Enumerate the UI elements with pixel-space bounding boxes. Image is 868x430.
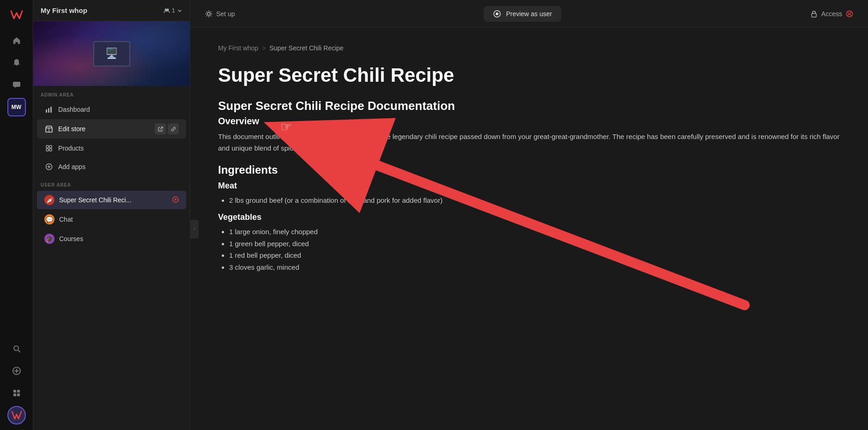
workspace-name[interactable]: My First whop xyxy=(41,6,87,14)
svg-rect-11 xyxy=(48,108,49,113)
sidebar-item-dashboard[interactable]: Dashboard xyxy=(37,101,186,118)
svg-rect-23 xyxy=(812,13,816,17)
external-link-icon[interactable] xyxy=(155,123,166,134)
svg-rect-3 xyxy=(13,390,16,393)
bell-icon[interactable] xyxy=(7,54,26,72)
svg-rect-17 xyxy=(49,149,52,151)
grid-icon[interactable] xyxy=(7,384,26,402)
svg-rect-15 xyxy=(49,145,52,148)
meat-list: 2 lbs ground beef (or a combination of b… xyxy=(218,194,840,206)
meat-item-0: 2 lbs ground beef (or a combination of b… xyxy=(229,194,840,206)
vegetables-list: 1 large onion, finely chopped 1 green be… xyxy=(218,226,840,273)
svg-rect-6 xyxy=(17,394,20,396)
chat-icon: 💬 xyxy=(44,214,55,224)
sidebar-item-courses[interactable]: 🎓 Courses xyxy=(37,230,186,248)
home-icon[interactable] xyxy=(7,31,26,50)
edit-store-actions xyxy=(155,123,179,134)
vegetable-item-3: 3 cloves garlic, minced xyxy=(229,261,840,273)
svg-rect-10 xyxy=(46,109,47,113)
access-button[interactable]: Access xyxy=(810,10,853,18)
overview-heading: Overview xyxy=(218,116,840,127)
add-apps-icon xyxy=(44,162,54,171)
svg-rect-0 xyxy=(13,82,20,87)
dashboard-label: Dashboard xyxy=(58,106,90,113)
meat-heading: Meat xyxy=(218,181,840,191)
vegetable-item-1: 1 green bell pepper, diced xyxy=(229,238,840,250)
workspace-avatar[interactable]: MW xyxy=(7,98,26,116)
add-workspace-icon[interactable] xyxy=(7,362,26,380)
chat-bubble-icon[interactable] xyxy=(7,76,26,94)
sidebar: My First whop 1 🖥️ ADMIN AREA xyxy=(33,0,190,430)
breadcrumb-parent[interactable]: My First whop xyxy=(218,44,258,52)
chili-recipe-label: Super Secret Chili Reci... xyxy=(59,196,131,204)
member-badge[interactable]: 1 xyxy=(164,7,182,14)
chat-label: Chat xyxy=(59,216,73,223)
setup-button[interactable]: Set up xyxy=(205,10,235,18)
admin-area-label: ADMIN AREA xyxy=(33,86,190,100)
banner-decoration: 🖥️ xyxy=(93,41,130,67)
edit-store-label: Edit store xyxy=(58,125,85,133)
vegetable-item-2: 1 red bell pepper, diced xyxy=(229,249,840,261)
breadcrumb-separator: > xyxy=(262,44,266,52)
doc-title: Super Secret Chili Recipe Documentation xyxy=(218,99,840,113)
ingredients-heading: Ingredients xyxy=(218,164,840,176)
setup-label: Set up xyxy=(216,10,235,18)
svg-point-20 xyxy=(207,12,210,15)
app-logo[interactable] xyxy=(7,6,26,24)
icon-rail: MW xyxy=(0,0,33,430)
breadcrumb-current: Super Secret Chili Recipe xyxy=(269,44,343,52)
courses-icon: 🎓 xyxy=(44,234,55,244)
store-icon xyxy=(44,124,54,133)
link-icon[interactable] xyxy=(168,123,179,134)
doc-content: Super Secret Chili Recipe Documentation … xyxy=(218,99,840,273)
vegetables-heading: Vegetables xyxy=(218,212,840,222)
courses-label: Courses xyxy=(59,235,83,242)
page-title: Super Secret Chili Recipe xyxy=(218,65,840,86)
sidebar-item-edit-store[interactable]: Edit store xyxy=(37,119,186,139)
svg-rect-14 xyxy=(46,145,49,148)
main-area: Set up Preview as user Access ‹ xyxy=(190,0,868,430)
preview-button[interactable]: Preview as user xyxy=(484,6,561,22)
overview-body: This document outlines the detailed step… xyxy=(218,131,840,154)
svg-rect-16 xyxy=(46,149,49,151)
breadcrumb: My First whop > Super Secret Chili Recip… xyxy=(218,44,840,52)
sidebar-item-chili-recipe[interactable]: 🌶 Super Secret Chili Reci... xyxy=(37,191,186,209)
svg-rect-4 xyxy=(17,390,20,393)
products-icon xyxy=(44,144,54,153)
svg-rect-5 xyxy=(13,394,16,396)
svg-point-9 xyxy=(166,8,169,11)
workspace-banner: 🖥️ xyxy=(33,21,190,86)
preview-label: Preview as user xyxy=(506,10,552,18)
search-icon[interactable] xyxy=(7,339,26,358)
sidebar-item-products[interactable]: Products xyxy=(37,139,186,157)
vegetable-item-0: 1 large onion, finely chopped xyxy=(229,226,840,238)
dashboard-icon xyxy=(44,105,54,114)
products-label: Products xyxy=(58,145,84,152)
access-label: Access xyxy=(821,10,842,18)
svg-rect-12 xyxy=(50,107,52,113)
sidebar-header-left: My First whop xyxy=(41,6,87,14)
add-apps-label: Add apps xyxy=(58,163,85,170)
svg-point-22 xyxy=(496,12,498,15)
content-area: ‹ My First whop > Super Secret Chili Rec… xyxy=(190,28,868,430)
sidebar-header: My First whop 1 xyxy=(33,0,190,21)
user-area-label: USER AREA xyxy=(33,176,190,190)
user-avatar[interactable] xyxy=(7,406,26,424)
sidebar-item-chat[interactable]: 💬 Chat xyxy=(37,210,186,229)
topbar: Set up Preview as user Access xyxy=(190,0,868,28)
chili-icon: 🌶 xyxy=(44,195,55,205)
sidebar-collapse-handle[interactable]: ‹ xyxy=(190,220,199,238)
sidebar-item-add-apps[interactable]: Add apps xyxy=(37,158,186,176)
